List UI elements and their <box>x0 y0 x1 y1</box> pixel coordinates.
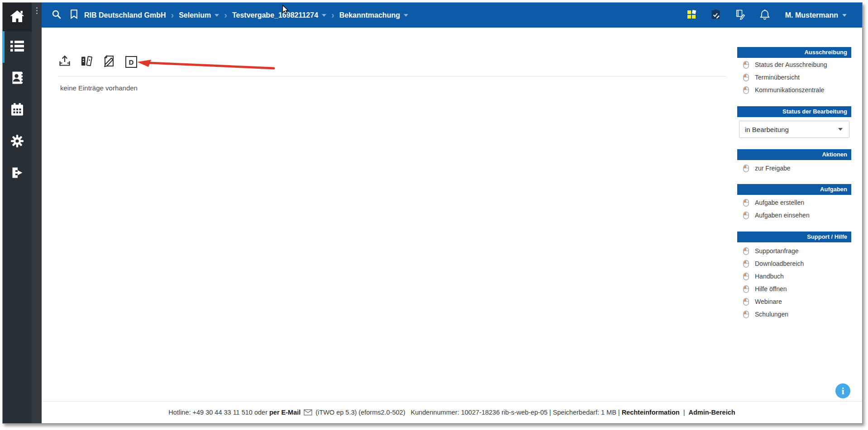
mouse-click-icon <box>743 86 749 94</box>
bell-icon <box>760 9 770 22</box>
panel-header-support-hilfe: Support / Hilfe <box>737 232 851 242</box>
panel-header-aktionen: Aktionen <box>737 149 851 160</box>
chevron-down-icon <box>322 14 326 17</box>
footer-hotline-text: Hotline: +49 30 44 33 11 510 oder <box>168 409 267 416</box>
breadcrumb: RIB Deutschland GmbH › Selenium › Testve… <box>42 9 685 22</box>
breadcrumb-item-section[interactable]: Bekanntmachung <box>339 11 408 19</box>
panel-link-schulungen[interactable]: Schulungen <box>737 308 851 321</box>
search-button[interactable] <box>50 9 63 22</box>
sidebar-item-contacts[interactable] <box>3 63 32 95</box>
bookmark-icon <box>70 9 78 21</box>
sidebar-item-settings[interactable] <box>3 126 32 158</box>
breadcrumb-label: RIB Deutschland GmbH <box>84 11 166 19</box>
envelope-icon <box>304 409 312 417</box>
search-icon <box>52 9 62 21</box>
user-menu[interactable]: M. Mustermann <box>785 11 847 19</box>
mouse-click-icon <box>743 260 749 268</box>
panel-link-aufgaben-einsehen[interactable]: Aufgaben einsehen <box>737 209 851 222</box>
breadcrumb-separator: › <box>224 10 227 19</box>
panel-link-webinare[interactable]: Webinare <box>737 295 851 308</box>
panel-link-kommunikationszentrale[interactable]: Kommunikationszentrale <box>737 84 851 96</box>
notifications-button[interactable] <box>758 9 772 22</box>
apps-grid-icon <box>687 10 696 21</box>
info-button[interactable]: i <box>835 383 850 398</box>
footer-rights-link[interactable]: Rechteinformation <box>622 409 680 416</box>
panel-link-supportanfrage[interactable]: Supportanfrage <box>737 245 851 257</box>
panel-section-aufgaben: Aufgabe erstellen Aufgaben einsehen <box>737 196 851 222</box>
sidebar-item-logout[interactable] <box>3 158 32 189</box>
breadcrumb-separator: › <box>331 10 334 19</box>
panel-link-label: Aufgabe erstellen <box>755 199 804 206</box>
edit-document-icon <box>102 55 116 69</box>
footer: Hotline: +49 30 44 33 11 510 oder per E-… <box>42 401 862 423</box>
footer-admin-link[interactable]: Admin-Bereich <box>689 409 735 416</box>
upload-icon <box>58 55 71 69</box>
mouse-click-icon <box>743 74 749 81</box>
panel-link-label: Terminübersicht <box>755 74 800 81</box>
topbar-actions: M. Mustermann <box>685 9 847 22</box>
list-icon <box>10 40 24 54</box>
panel-link-label: Schulungen <box>755 311 788 318</box>
panel-link-downloadbereich[interactable]: Downloadbereich <box>737 257 851 270</box>
panel-header-ausschreibung: Ausschreibung <box>737 47 851 58</box>
chevron-down-icon <box>215 14 219 17</box>
sidebar-more-handle[interactable] <box>32 7 42 14</box>
chevron-down-icon <box>842 14 847 17</box>
annotation-arrow <box>136 59 276 71</box>
mouse-click-icon <box>743 273 749 280</box>
right-panel: Ausschreibung Status der Ausschreibung T… <box>737 47 851 321</box>
panel-header-aufgaben: Aufgaben <box>737 184 851 195</box>
breadcrumb-item-company[interactable]: RIB Deutschland GmbH <box>84 11 166 19</box>
breadcrumb-item-project[interactable]: Selenium <box>179 11 219 19</box>
footer-email-link[interactable]: per E-Mail <box>269 409 300 416</box>
logout-icon <box>10 166 24 181</box>
panel-link-status-der-ausschreibung[interactable]: Status der Ausschreibung <box>737 58 851 71</box>
content-divider <box>58 76 726 76</box>
mouse-click-icon <box>743 199 749 207</box>
mouse-click-icon <box>743 165 749 172</box>
mouse-click-icon <box>743 61 749 69</box>
letter-d-icon: D <box>125 56 137 68</box>
panel-link-handbuch[interactable]: Handbuch <box>737 270 851 283</box>
panel-link-label: Downloadbereich <box>755 260 804 267</box>
apps-button[interactable] <box>685 9 698 22</box>
upload-button[interactable] <box>58 55 72 69</box>
sidebar-item-home[interactable] <box>3 3 32 31</box>
tasks-clipboard-icon <box>711 9 720 22</box>
panel-link-terminuebersicht[interactable]: Terminübersicht <box>737 71 851 84</box>
footer-version-text: (iTWO ep 5.3) (eforms2.0-502) <box>315 409 405 416</box>
status-dropdown[interactable]: in Bearbeitung <box>739 121 849 138</box>
journal-pencil-icon <box>735 9 745 22</box>
mouse-click-icon <box>743 298 749 306</box>
sidebar-item-calendar[interactable] <box>3 95 32 126</box>
panel-link-label: Supportanfrage <box>755 247 799 255</box>
panel-link-label: Aufgaben einsehen <box>755 212 810 219</box>
footer-separator: | <box>683 409 685 416</box>
chevron-down-icon <box>404 14 408 17</box>
panel-link-zur-freigabe[interactable]: zur Freigabe <box>737 162 851 175</box>
archive-binders-icon <box>80 55 94 69</box>
panel-link-label: Webinare <box>755 298 782 305</box>
panel-header-status-der-bearbeitung: Status der Bearbeitung <box>737 106 851 117</box>
sidebar-item-list[interactable] <box>3 31 32 63</box>
breadcrumb-label: Bekanntmachung <box>339 11 400 19</box>
tasks-button[interactable] <box>709 9 723 22</box>
panel-link-label: Status der Ausschreibung <box>755 61 827 68</box>
breadcrumb-item-tender[interactable]: Testvergabe_1698211274 <box>232 11 326 19</box>
journal-button[interactable] <box>734 9 747 22</box>
letter-d-button[interactable]: D <box>124 55 138 69</box>
panel-section-support: Supportanfrage Downloadbereich Handbuch … <box>737 245 851 321</box>
edit-document-button[interactable] <box>102 55 116 69</box>
footer-customer-text: Kundennummer: 10027-18236 rib-s-web-ep-0… <box>411 409 620 416</box>
archive-binders-button[interactable] <box>80 55 94 69</box>
bookmark-button[interactable] <box>67 9 81 22</box>
panel-link-aufgabe-erstellen[interactable]: Aufgabe erstellen <box>737 196 851 209</box>
user-name: M. Mustermann <box>785 11 838 19</box>
contacts-icon <box>11 71 24 86</box>
panel-link-label: Kommunikationszentrale <box>755 86 824 94</box>
panel-link-label: Handbuch <box>755 273 784 280</box>
mouse-click-icon <box>743 285 749 293</box>
panel-link-hilfe-oeffnen[interactable]: Hilfe öffnen <box>737 283 851 295</box>
breadcrumb-label: Testvergabe_1698211274 <box>232 11 318 19</box>
info-icon: i <box>841 385 844 397</box>
